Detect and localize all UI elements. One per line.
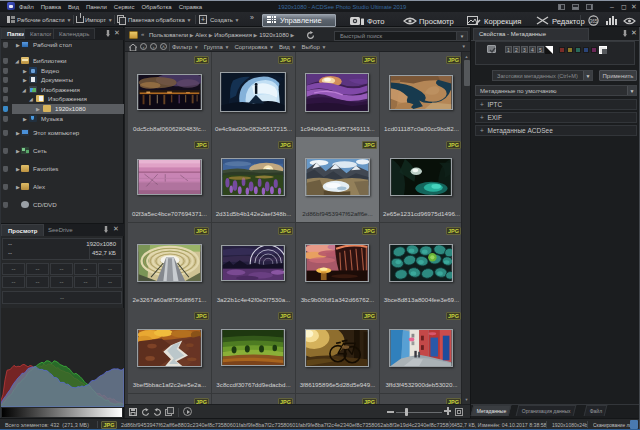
svg-text:365: 365: [590, 19, 598, 24]
